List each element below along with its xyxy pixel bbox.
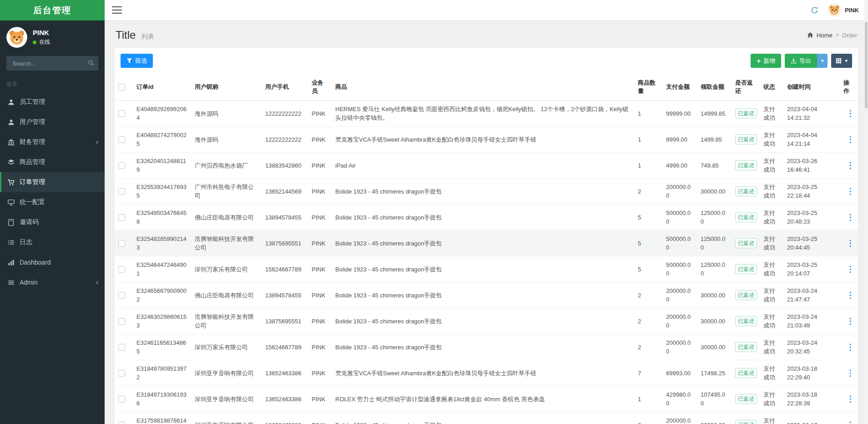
cell-product: Bolide 1923 - 45 chimeres dragon手提包: [332, 204, 634, 230]
cart-icon: [7, 179, 15, 186]
cell-pay-amount: 200000.00: [662, 308, 697, 334]
row-checkbox[interactable]: [118, 266, 125, 273]
export-button[interactable]: 导出: [785, 54, 817, 68]
cell-pay-amount: 200000.00: [662, 334, 697, 360]
cell-product: Bolide 1923 - 45 chimeres dragon手提包: [332, 256, 634, 282]
sidebar-item-label: 用户管理: [20, 118, 98, 126]
sidebar: 后台管理 PINK 在线: [0, 0, 105, 424]
row-checkbox[interactable]: [118, 188, 125, 195]
cell-nickname: 浩腾智能科技开发有限公司: [191, 230, 262, 256]
cell-pay-amount: 9999.00: [662, 127, 697, 153]
ellipsis-v-icon: ⋮: [846, 420, 854, 424]
column-header-phone[interactable]: 用户手机: [262, 74, 308, 101]
cell-quantity: 2: [634, 282, 662, 308]
row-checkbox[interactable]: [118, 162, 125, 169]
row-actions-button[interactable]: ⋮: [843, 212, 857, 222]
row-checkbox[interactable]: [118, 344, 125, 351]
sidebar-item-goods[interactable]: 商品管理: [0, 152, 105, 172]
column-header-nickname[interactable]: 用户昵称: [191, 74, 262, 101]
export-dropdown-button[interactable]: ▾: [817, 54, 828, 68]
sidebar-item-admin[interactable]: Admin‹: [0, 272, 105, 292]
sidebar-item-employees[interactable]: 员工管理: [0, 92, 105, 112]
row-checkbox[interactable]: [118, 136, 125, 143]
page-titles: Title 列表: [116, 29, 154, 41]
cell-receive-amount: 30000.00: [697, 334, 732, 360]
sidebar-item-config[interactable]: 统一配置: [0, 192, 105, 212]
ellipsis-v-icon: ⋮: [846, 213, 854, 222]
cell-phone: 13883542860: [262, 153, 308, 179]
row-actions-button[interactable]: ⋮: [843, 160, 857, 170]
cell-actions: ⋮: [840, 256, 858, 282]
column-header-pay[interactable]: 支付金额: [662, 74, 697, 101]
sidebar-item-users[interactable]: 用户管理: [0, 112, 105, 132]
page-subtitle: 列表: [141, 33, 154, 40]
column-header-action[interactable]: 操作: [840, 74, 858, 101]
cell-nickname: 深圳万家乐有限公司: [191, 256, 262, 282]
table-row: E404892742790025海外源码12222222222PINK梵克雅宝V…: [115, 127, 858, 153]
cell-order-id: E324611656134865: [133, 334, 191, 360]
cell-product: Bolide 1923 - 45 chimeres dragon手提包: [332, 230, 634, 256]
cell-agent: PINK: [308, 101, 332, 127]
row-actions-button[interactable]: ⋮: [843, 394, 857, 404]
table-row: E317598198786146深圳亚亨音响有限公司13652463386PIN…: [115, 412, 858, 424]
ellipsis-v-icon: ⋮: [846, 187, 854, 196]
column-header-status[interactable]: 状态: [760, 74, 783, 101]
row-actions-button[interactable]: ⋮: [843, 108, 857, 118]
cell-receive-amount: 30000.00: [697, 179, 732, 204]
row-actions-button[interactable]: ⋮: [843, 238, 857, 248]
cell-created-time: 2023-03-25 22:18:44: [783, 179, 840, 204]
row-actions-button[interactable]: ⋮: [843, 290, 857, 300]
search-button[interactable]: [85, 57, 97, 70]
row-checkbox[interactable]: [118, 370, 125, 377]
cell-product: iPad Air: [332, 153, 634, 179]
sidebar-item-logs[interactable]: 日志: [0, 232, 105, 252]
returned-badge: 已返还: [735, 186, 757, 196]
breadcrumb-current: Order: [842, 32, 857, 39]
row-actions-button[interactable]: ⋮: [843, 342, 857, 352]
scrollbar[interactable]: [864, 0, 868, 424]
row-checkbox[interactable]: [118, 110, 125, 117]
row-checkbox[interactable]: [118, 292, 125, 299]
refresh-icon: [811, 6, 818, 14]
column-header-id[interactable]: 订单id: [133, 74, 191, 101]
refresh-button[interactable]: [811, 6, 818, 14]
row-checkbox[interactable]: [118, 318, 125, 325]
column-header-product[interactable]: 商品: [332, 74, 634, 101]
sidebar-toggle-button[interactable]: [112, 6, 122, 14]
row-actions-button[interactable]: ⋮: [843, 368, 857, 378]
column-header-qty[interactable]: 商品数量: [634, 74, 662, 101]
row-checkbox[interactable]: [118, 240, 125, 247]
row-actions-button[interactable]: ⋮: [843, 420, 857, 424]
cell-returned: 已返还: [732, 204, 760, 230]
row-actions-button[interactable]: ⋮: [843, 316, 857, 326]
add-button[interactable]: + 新增: [751, 54, 781, 68]
column-header-returned[interactable]: 是否返还: [732, 74, 760, 101]
sidebar-item-finance[interactable]: 财务管理‹: [0, 132, 105, 152]
topbar: PINK: [105, 0, 868, 20]
row-checkbox[interactable]: [118, 396, 125, 403]
row-actions-button[interactable]: ⋮: [843, 264, 857, 274]
cell-quantity: 2: [634, 308, 662, 334]
sidebar-item-dashboard[interactable]: Dashboard: [0, 252, 105, 272]
sidebar-item-orders[interactable]: 订单管理: [0, 172, 105, 192]
row-checkbox[interactable]: [118, 214, 125, 221]
scrollbar-thumb[interactable]: [865, 22, 868, 108]
column-header-receive[interactable]: 领取金额: [697, 74, 732, 101]
columns-toggle-button[interactable]: ▾: [831, 54, 852, 68]
row-actions-button[interactable]: ⋮: [843, 186, 857, 196]
cell-actions: ⋮: [840, 230, 858, 256]
column-header-created[interactable]: 创建时间: [783, 74, 840, 101]
topbar-user[interactable]: PINK: [828, 3, 859, 17]
cell-nickname: 深圳亚亨音响有限公司: [191, 412, 262, 424]
cell-status: 支付成功: [760, 256, 783, 282]
cell-returned: 已返还: [732, 334, 760, 360]
breadcrumb-home[interactable]: Home: [817, 32, 833, 39]
cell-quantity: 2: [634, 412, 662, 424]
filter-button[interactable]: 筛选: [121, 54, 153, 68]
row-actions-button[interactable]: ⋮: [843, 134, 857, 144]
cell-receive-amount: 1499.85: [697, 127, 732, 153]
select-all-checkbox[interactable]: [118, 84, 125, 91]
column-header-agent[interactable]: 业务员: [308, 74, 332, 101]
sidebar-item-invite[interactable]: 邀请码: [0, 212, 105, 232]
row-checkbox[interactable]: [118, 422, 125, 424]
